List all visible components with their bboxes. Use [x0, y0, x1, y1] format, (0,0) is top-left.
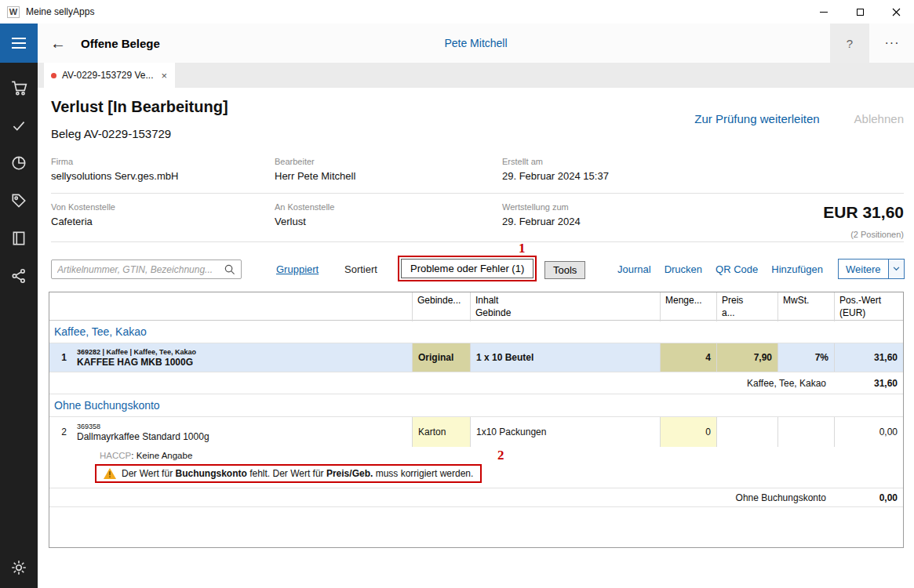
group-subtotal-row: Kaffee, Tee, Kakao 31,60 [49, 372, 903, 394]
header-mwst[interactable]: MwSt. [777, 292, 834, 321]
share-icon [10, 267, 27, 285]
subtotal-value: 31,60 [834, 378, 903, 389]
minimize-button[interactable] [806, 0, 842, 24]
field-an-kostenstelle: An Kostenstelle Verlust [275, 202, 334, 227]
tools-button[interactable]: Tools [544, 261, 585, 279]
gebinde-cell[interactable]: Karton [412, 417, 470, 447]
warning-icon [104, 468, 116, 479]
article-description: 369282 | Kaffee | Kaffee, Tee, Kakao KAF… [71, 343, 412, 372]
search-input[interactable] [57, 264, 224, 275]
pos-wert-cell: 31,60 [834, 343, 903, 372]
header-pos-wert[interactable]: Pos.-Wert(EUR) [834, 292, 903, 321]
sidebar-item-settings[interactable] [0, 549, 38, 586]
back-button[interactable]: ← [50, 34, 66, 53]
annotation-number-2: 2 [497, 448, 504, 463]
preis-cell[interactable]: 7,90 [716, 343, 777, 372]
sidebar-item-reports[interactable] [0, 144, 38, 182]
header-gebinde[interactable]: Gebinde... [412, 292, 470, 321]
preis-cell[interactable] [716, 417, 777, 447]
sidebar-item-tags[interactable] [0, 182, 38, 220]
cart-icon [10, 79, 27, 96]
group-subtotal-row: Ohne Buchungskonto 0,00 [49, 488, 903, 507]
app-header: ← Offene Belege Pete Mitchell ? ··· [38, 24, 914, 63]
maximize-button[interactable] [842, 0, 878, 24]
forward-for-review-link[interactable]: Zur Prüfung weiterleiten [694, 112, 819, 125]
maximize-icon [857, 9, 864, 16]
check-icon [10, 117, 27, 134]
window-title: Meine sellyApps [26, 6, 94, 17]
mwst-cell: 7% [777, 343, 834, 372]
table-header-row: Gebinde... InhaltGebinde Menge... Preisa… [49, 292, 903, 321]
current-user-link[interactable]: Pete Mitchell [444, 37, 507, 49]
minimize-icon [820, 12, 828, 13]
menge-cell[interactable]: 4 [660, 343, 716, 372]
sidebar-item-journal[interactable] [0, 220, 38, 257]
pie-chart-icon [10, 154, 27, 172]
header-menge[interactable]: Menge... [660, 292, 716, 321]
document-actions: Zur Prüfung weiterleiten Ablehnen [694, 112, 904, 125]
field-label: Firma [51, 157, 178, 166]
hamburger-menu-button[interactable] [0, 24, 38, 63]
field-label: Bearbeiter [275, 157, 355, 166]
divider [51, 193, 904, 194]
group-name[interactable]: Kaffee, Tee, Kakao [49, 325, 903, 338]
field-value: 29. Februar 2024 15:37 [502, 170, 609, 182]
menge-cell[interactable]: 0 [660, 417, 716, 447]
positions-count: (2 Positionen) [850, 230, 904, 239]
tab-close-icon[interactable]: × [162, 70, 168, 82]
article-meta: 369282 | Kaffee | Kaffee, Tee, Kakao [77, 348, 406, 356]
journal-link[interactable]: Journal [617, 263, 651, 275]
hamburger-icon [12, 42, 26, 44]
problems-errors-button[interactable]: Probleme oder Fehler (1) [401, 259, 533, 278]
field-value: sellysolutions Serv.ges.mbH [51, 170, 178, 182]
app-logo-icon: W [7, 6, 20, 18]
field-label: Wertstellung zum [502, 202, 581, 212]
annotation-box-1: Probleme oder Fehler (1) [398, 256, 537, 281]
subtotal-label: Kaffee, Tee, Kakao [49, 378, 834, 389]
table-row[interactable]: 1 369282 | Kaffee | Kaffee, Tee, Kakao K… [49, 343, 903, 372]
sorted-toggle-link[interactable]: Sortiert [344, 263, 377, 275]
more-options-button[interactable]: ··· [875, 24, 909, 63]
sidebar-item-share[interactable] [0, 257, 38, 295]
reject-link[interactable]: Ablehnen [854, 112, 904, 125]
article-meta: 369358 [77, 423, 406, 430]
mwst-cell [777, 417, 834, 447]
group-name[interactable]: Ohne Buchungskonto [49, 399, 903, 412]
field-value: Herr Pete Mitchell [275, 170, 355, 182]
field-label: Von Kostenstelle [51, 202, 115, 212]
unsaved-dot-icon [51, 73, 56, 78]
document-view: Verlust [In Bearbeitung] Beleg AV-0229-1… [38, 88, 914, 588]
sidebar-item-cart[interactable] [0, 69, 38, 107]
row-number: 1 [49, 343, 71, 372]
article-name: Dallmayrkaffee Standard 1000g [77, 431, 406, 442]
page-title: Offene Belege [81, 37, 160, 50]
row-number: 2 [49, 417, 71, 447]
table-row[interactable]: 2 369358 Dallmayrkaffee Standard 1000g K… [49, 417, 903, 447]
print-link[interactable]: Drucken [665, 263, 702, 275]
field-value: Verlust [275, 216, 334, 227]
validation-warning[interactable]: Der Wert für Buchungskonto fehlt. Der We… [95, 464, 482, 483]
haccp-label: HACCP [100, 451, 131, 460]
tab-document[interactable]: AV-0229-153729 Ve... × [44, 63, 175, 88]
qr-code-link[interactable]: QR Code [716, 263, 758, 275]
field-value: Cafeteria [51, 216, 115, 227]
divider [51, 241, 904, 242]
document-number: Beleg AV-0229-153729 [51, 127, 171, 140]
help-button[interactable]: ? [830, 24, 869, 63]
search-icon[interactable] [224, 263, 235, 275]
add-link[interactable]: Hinzufügen [771, 263, 823, 275]
field-label: An Kostenstelle [275, 202, 334, 212]
header-num [49, 292, 71, 321]
sidebar-item-check[interactable] [0, 107, 38, 144]
haccp-value: : Keine Angabe [131, 451, 192, 460]
validation-warning-row: Der Wert für Buchungskonto fehlt. Der We… [49, 464, 903, 488]
more-dropdown-button[interactable]: Weitere [838, 259, 905, 279]
close-button[interactable] [878, 0, 914, 24]
field-wertstellung: Wertstellung zum 29. Februar 2024 [502, 202, 581, 227]
toolbar-links: Journal Drucken QR Code Hinzufügen [617, 263, 823, 275]
gebinde-cell[interactable]: Original [412, 343, 470, 372]
header-inhalt-gebinde[interactable]: InhaltGebinde [470, 292, 660, 321]
header-preis[interactable]: Preisa... [716, 292, 777, 321]
grouped-toggle-link[interactable]: Gruppiert [276, 263, 319, 275]
close-icon [892, 8, 901, 16]
